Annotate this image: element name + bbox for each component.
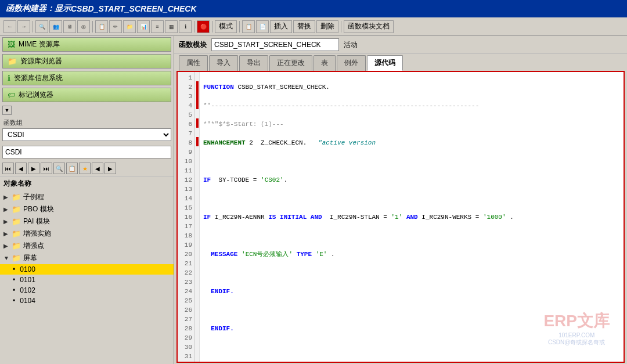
nav-first[interactable]: ⏮	[2, 163, 14, 174]
code-line-8: IF I_RC29N-AENNR IS INITIAL AND I_RC29N-…	[203, 212, 620, 222]
arrow-subroutine: ▶	[3, 194, 9, 200]
content-area: 函数模块 活动 属性 导入 导出 正在更改 表 例外 源代码 12345 678…	[174, 36, 627, 364]
tab-changing[interactable]: 正在更改	[269, 55, 312, 71]
tb-btn-3[interactable]: 🖥	[63, 20, 76, 33]
nav-star[interactable]: ★	[79, 163, 91, 174]
tree-item-pbo[interactable]: ▶ 📁 PBO 模块	[0, 203, 174, 215]
expand-btn[interactable]: ▼	[2, 106, 12, 115]
tb-btn-13[interactable]: 📄	[256, 20, 269, 33]
code-line-13	[203, 305, 620, 315]
nav-fwd2[interactable]: ▶	[105, 163, 116, 174]
expand-arrow[interactable]: ▼	[0, 104, 174, 116]
nav-copy[interactable]: 📋	[66, 163, 78, 174]
tree-label-0101: 0101	[20, 276, 35, 284]
insert-button[interactable]: 插入	[270, 20, 292, 33]
nav-last[interactable]: ⏭	[41, 163, 52, 174]
folder-icon-pbo: 📁	[12, 205, 21, 214]
tree-item-pai[interactable]: ▶ 📁 PAI 模块	[0, 215, 174, 228]
code-line-16	[203, 361, 620, 362]
code-inner: 12345 678910 1112131415 1617181920 21222…	[178, 72, 624, 362]
tb-btn-4[interactable]: ◎	[77, 20, 90, 33]
code-line-3: *"*"$*$-Start: (1)---	[203, 120, 620, 129]
sidebar-item-mime[interactable]: 🖼 MIME 资源库	[2, 37, 171, 52]
tree-item-subroutine[interactable]: ▶ 📁 子例程	[0, 191, 174, 203]
tb-btn-6[interactable]: ✏	[109, 20, 122, 33]
tab-source[interactable]: 源代码	[367, 55, 403, 71]
code-line-11	[203, 268, 620, 277]
tree-item-enh-point[interactable]: ▶ 📁 增强点	[0, 240, 174, 252]
tab-export[interactable]: 导出	[239, 55, 268, 71]
tab-import[interactable]: 导入	[209, 55, 238, 71]
tree-item-0101[interactable]: • 0101	[0, 275, 174, 285]
title-bar: 函数构建器：显示 CSBD_START_SCREEN_CHECK	[0, 0, 627, 17]
delete-button[interactable]: 删除	[316, 20, 338, 33]
tb-btn-9[interactable]: ≡	[151, 20, 164, 33]
tree-item-screen[interactable]: ▼ 📁 屏幕	[0, 252, 174, 264]
bullet-0102: •	[13, 286, 15, 294]
sep4	[212, 21, 212, 33]
sidebar-item-tag-browser[interactable]: 🏷 标记浏览器	[2, 88, 171, 102]
group-input[interactable]	[2, 146, 171, 158]
group-dropdown[interactable]: CSDI	[2, 128, 171, 141]
tb-btn-1[interactable]: 🔍	[35, 20, 48, 33]
arrow-screen: ▼	[3, 255, 9, 261]
tree-item-0100[interactable]: • 0100	[0, 264, 174, 275]
fm-doc-button[interactable]: 函数模块文档	[344, 20, 394, 33]
forward-button[interactable]: →	[17, 20, 30, 33]
sidebar-item-repo-info[interactable]: ℹ 资源库信息系统	[2, 71, 171, 85]
tb-btn-7[interactable]: 📁	[123, 20, 136, 33]
nav-back2[interactable]: ◀	[92, 163, 103, 174]
sep5	[239, 21, 240, 33]
tb-btn-8[interactable]: 📊	[137, 20, 150, 33]
tree-item-enh-impl[interactable]: ▶ 📁 增强实施	[0, 228, 174, 240]
fm-label: 函数模块	[179, 40, 207, 50]
back-button[interactable]: ←	[3, 20, 16, 33]
tb-btn-10[interactable]: ▦	[165, 20, 178, 33]
code-editor: 12345 678910 1112131415 1617181920 21222…	[176, 71, 625, 363]
sep2	[92, 21, 93, 33]
code-line-1: FUNCTION CSBD_START_SCREEN_CHECK.	[203, 82, 620, 92]
code-line-5	[203, 157, 620, 166]
tree-label-pai: PAI 模块	[23, 217, 50, 226]
code-line-7	[203, 194, 620, 203]
tree-item-0104[interactable]: • 0104	[0, 295, 174, 306]
tag-icon: 🏷	[8, 91, 15, 99]
sep1	[33, 21, 33, 33]
nav-next[interactable]: ▶	[28, 163, 39, 174]
fm-header: 函数模块 活动	[174, 36, 627, 54]
replace-button[interactable]: 替换	[293, 20, 315, 33]
arrow-pbo: ▶	[3, 206, 9, 212]
code-line-12: ENDIF.	[203, 287, 620, 296]
sidebar-item-mime-label: MIME 资源库	[19, 39, 60, 49]
stop-button[interactable]: 🔴	[197, 20, 210, 33]
fm-name-input[interactable]	[211, 38, 339, 51]
tb-btn-12[interactable]: 📋	[242, 20, 255, 33]
mime-icon: 🖼	[8, 40, 15, 49]
tree-container: ▶ 📁 子例程 ▶ 📁 PBO 模块 ▶ 📁 PAI 模块 ▶ 📁 增强实施 ▶	[0, 190, 174, 364]
sep3	[194, 21, 194, 33]
code-line-10: MESSAGE 'ECN号必须输入' TYPE 'E' .	[203, 250, 620, 259]
sidebar: 🖼 MIME 资源库 📁 资源库浏览器 ℹ 资源库信息系统 🏷 标记浏览器 ▼ …	[0, 36, 174, 364]
bullet-0104: •	[13, 297, 15, 305]
tabs-container: 属性 导入 导出 正在更改 表 例外 源代码	[174, 54, 627, 71]
mode-button[interactable]: 模式	[215, 20, 237, 33]
nav-search[interactable]: 🔍	[53, 163, 65, 174]
tab-exception[interactable]: 例外	[337, 55, 366, 71]
bullet-0101: •	[13, 276, 15, 284]
tab-attr[interactable]: 属性	[179, 55, 208, 71]
sidebar-item-repo-browser[interactable]: 📁 资源库浏览器	[2, 54, 171, 69]
arrow-enh-point: ▶	[3, 243, 9, 249]
code-line-6: IF SY-TCODE = 'CS02'.	[203, 175, 620, 185]
tree-label-0102: 0102	[20, 286, 35, 294]
code-content[interactable]: FUNCTION CSBD_START_SCREEN_CHECK. *"----…	[200, 72, 624, 362]
tb-btn-11[interactable]: ℹ	[179, 20, 192, 33]
tree-item-0102[interactable]: • 0102	[0, 285, 174, 295]
folder-icon-screen: 📁	[12, 254, 21, 262]
tab-table[interactable]: 表	[314, 55, 336, 71]
code-line-15	[203, 343, 620, 352]
tb-btn-2[interactable]: 👥	[49, 20, 62, 33]
tb-btn-5[interactable]: 📋	[95, 20, 108, 33]
repo-info-icon: ℹ	[8, 74, 10, 82]
sidebar-item-tag-label: 标记浏览器	[19, 90, 53, 100]
nav-prev[interactable]: ◀	[15, 163, 27, 174]
